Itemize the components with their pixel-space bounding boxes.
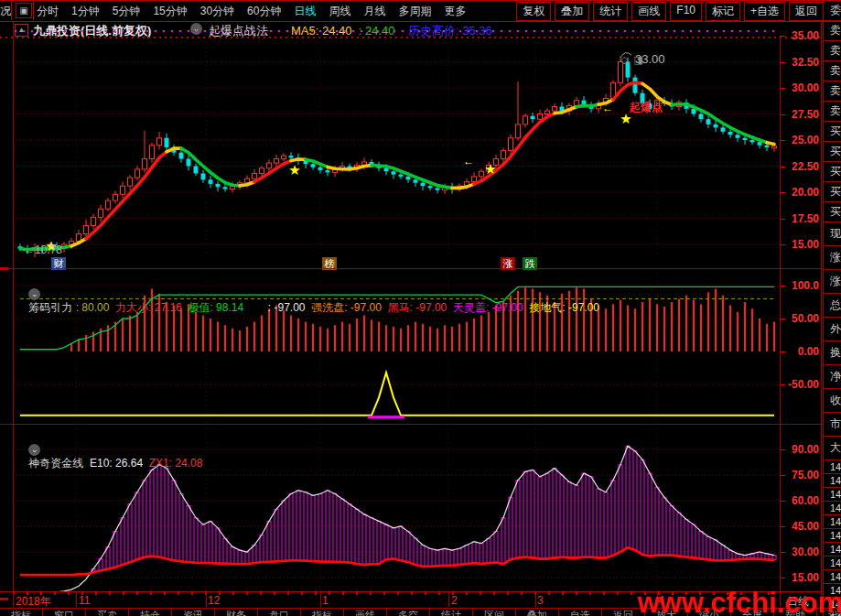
watermark: www.cfchi.com (637, 587, 841, 616)
sidebar-cell-clipped[interactable]: 涨 (824, 246, 841, 270)
svg-text:←: ← (602, 102, 613, 114)
bottom-button-clipped[interactable]: 指标 (0, 608, 43, 616)
sidebar-cell-clipped[interactable]: 14 (824, 460, 841, 474)
sidebar-cell-clipped[interactable]: 净 (824, 365, 841, 389)
x-axis-label: 12 (208, 594, 220, 607)
menu-item-60分钟[interactable]: 60分钟 (247, 4, 281, 19)
sidebar-cell-clipped[interactable]: 外 (824, 318, 841, 341)
sidebar-cell-clipped[interactable]: 14 (824, 474, 841, 488)
plot-left-border (13, 21, 14, 607)
menu-item-月线[interactable]: 月线 (363, 4, 385, 19)
title-bar: ▲ 九鼎投资(日线.前复权) ⌄ 起爆点战法 MA5: 24.40 : 24.4… (0, 21, 841, 38)
toolbar-button-+自选[interactable]: +自选 (744, 2, 785, 21)
chevron-down-icon[interactable]: ⌄ (28, 444, 40, 456)
sidebar-cell-clipped[interactable]: 大 (824, 437, 841, 460)
menu-item-5分钟[interactable]: 5分钟 (113, 4, 141, 19)
indicator-value: 接地气: -97.00 (529, 301, 599, 314)
toolbar-button-复权[interactable]: 复权 (516, 2, 551, 21)
bottom-button-clipped[interactable]: 持仓 (129, 608, 172, 616)
sidebar-cell-clipped[interactable]: 14 (824, 529, 841, 543)
sidebar-cell-clipped[interactable]: 市 (824, 413, 841, 437)
menu-item-分时[interactable]: 分时 (37, 4, 59, 19)
chevron-down-icon[interactable]: ⌄ (28, 288, 40, 300)
svg-text:★: ★ (288, 162, 300, 178)
toolbar-button-F10[interactable]: F10 (670, 2, 702, 21)
menu-item-日线[interactable]: 日线 (294, 4, 316, 19)
sidebar-cell-clipped[interactable]: 买 (824, 122, 841, 142)
toolbar-button-统计[interactable]: 统计 (593, 2, 628, 21)
sidebar-cell-clipped[interactable]: 14 (824, 557, 841, 570)
x-axis-label: 1 (322, 594, 329, 607)
hist-high-dotted-line (15, 30, 778, 32)
x-axis-label: 3 (537, 594, 544, 607)
panel2-header: ⌄ 筹码引力 : 80.00 力大小: 27.16 极值: 98.14 : -9… (16, 272, 599, 329)
sidebar-cell-clipped[interactable]: 卖 (824, 21, 841, 41)
y-axis-tick (780, 36, 785, 37)
sidebar-cell-clipped[interactable]: 买 (824, 202, 841, 222)
toolbar-button-标记[interactable]: 标记 (706, 2, 740, 21)
menu-item-多周期[interactable]: 多周期 (398, 4, 431, 19)
sidebar-cell-clipped[interactable]: 卖 (824, 81, 841, 102)
indicator-value: 极值: 98.14 (188, 301, 243, 314)
sidebar-cell-clipped[interactable]: 14 (824, 515, 841, 529)
indicator-value: : -97.00 (243, 301, 311, 314)
sidebar-cell-clipped[interactable]: 买 (824, 142, 841, 162)
sidebar-cell-clipped[interactable]: 卖 (824, 61, 841, 81)
bottom-button-clipped[interactable]: 指标 (301, 608, 344, 616)
bottom-button-clipped[interactable]: 财务 (215, 608, 258, 616)
bottom-button-clipped[interactable]: 买卖 (86, 608, 129, 616)
tdx-screen: 况 ▣ 分时1分钟5分钟15分钟30分钟60分钟日线周线月线多周期更多 复权叠加… (0, 0, 841, 616)
top-menu-right-buttons: 复权叠加统计画线F10标记+自选返回 (516, 2, 824, 21)
sidebar-cell-clipped[interactable]: 14 (824, 543, 841, 557)
menu-item-15分钟[interactable]: 15分钟 (153, 4, 187, 19)
sidebar-cell-clipped[interactable]: 现 (824, 222, 841, 246)
pane-icon[interactable]: ◇ (620, 54, 628, 65)
main-candlestick-chart[interactable]: ★★★★←←←10.7833.00起爆点 (13, 38, 780, 257)
svg-text:★: ★ (484, 161, 496, 177)
sidebar-cell-clipped[interactable]: 收 (824, 389, 841, 413)
bottom-button-clipped[interactable]: 区间 (473, 608, 516, 616)
divider (33, 1, 34, 20)
sidebar-cell-clipped[interactable]: 买 (824, 162, 841, 182)
toolbar-button-叠加[interactable]: 叠加 (555, 2, 589, 21)
sidebar-cell-clipped[interactable]: 卖 (824, 102, 841, 122)
sidebar-cell-clipped[interactable]: 买 (824, 182, 841, 202)
x-axis-separator (206, 592, 207, 607)
right-quote-sidebar-clipped: 委卖卖卖卖卖买买买买买现涨涨总外换净收市大1414141414141414141… (823, 1, 841, 616)
toolbar-button-返回[interactable]: 返回 (789, 2, 824, 21)
x-axis-separator (76, 592, 77, 607)
indicator-value: 天灵盖: -97.00 (453, 301, 529, 314)
sidebar-cell-clipped[interactable]: 14 (824, 570, 841, 584)
indicator-value: : 80.00 (76, 301, 115, 314)
sidebar-cell-clipped[interactable]: 涨 (824, 270, 841, 294)
bottom-button-clipped[interactable]: 画线 (344, 608, 387, 616)
sidebar-cell-clipped[interactable]: 卖 (824, 41, 841, 61)
menu-item-30分钟[interactable]: 30分钟 (200, 4, 234, 19)
chevron-down-icon[interactable]: ⌄ (190, 23, 202, 35)
sidebar-cell-clipped[interactable]: 总 (824, 294, 841, 318)
bottom-button-clipped[interactable]: 窗口 (43, 608, 86, 616)
bottom-button-clipped[interactable]: 自选 (559, 608, 602, 616)
bottom-button-clipped[interactable]: 多空 (387, 608, 430, 616)
sidebar-cell-clipped[interactable]: 换 (824, 341, 841, 365)
pane-icon[interactable]: ◨ (633, 54, 642, 65)
sidebar-cell-clipped[interactable]: 委 (824, 1, 841, 21)
menu-item-周线[interactable]: 周线 (329, 4, 350, 19)
plot-right-border (780, 38, 781, 607)
svg-text:←10.78: ←10.78 (24, 243, 62, 256)
menu-item-1分钟[interactable]: 1分钟 (71, 4, 100, 19)
x-axis-separator (320, 592, 321, 607)
bottom-button-clipped[interactable]: 统计 (430, 608, 473, 616)
bottom-button-clipped[interactable]: 资讯 (172, 608, 215, 616)
menu-item-更多[interactable]: 更多 (444, 4, 466, 19)
edge-mark (0, 267, 8, 270)
pane-mini-icons[interactable]: ◇◨ (620, 54, 649, 66)
toolbar-button-画线[interactable]: 画线 (631, 2, 666, 21)
bottom-button-clipped[interactable]: 叠加 (516, 608, 559, 616)
sidebar-cell-clipped[interactable]: 14 (824, 488, 841, 502)
top-menu-items: 分时1分钟5分钟15分钟30分钟60分钟日线周线月线多周期更多 (37, 4, 466, 19)
sidebar-cell-clipped[interactable]: 14 (824, 502, 841, 515)
indicator-value: 强洗盘: -97.00 (311, 301, 387, 314)
window-icon[interactable]: ▣ (16, 3, 32, 18)
bottom-button-clipped[interactable]: 盘口 (258, 608, 301, 616)
